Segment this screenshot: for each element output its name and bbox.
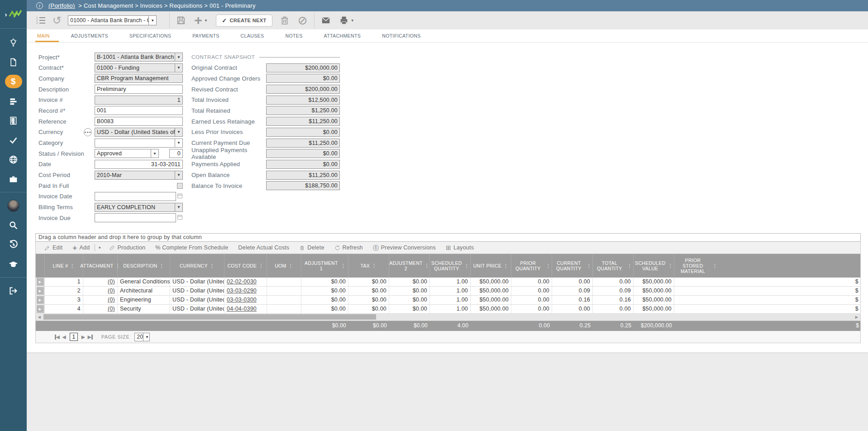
chevron-down-icon[interactable]: ▼ xyxy=(175,139,182,147)
paid-in-full-checkbox[interactable] xyxy=(177,183,183,189)
next-page-button[interactable]: ▶ xyxy=(81,334,86,340)
description-field[interactable]: Preliminary xyxy=(95,85,183,94)
preview-conversions-button[interactable]: $Preview Conversions xyxy=(368,244,441,251)
invoice-date-field[interactable] xyxy=(95,192,176,201)
record-history-icon[interactable]: ↺ xyxy=(52,16,62,25)
chevron-down-icon[interactable]: ▼ xyxy=(175,53,182,61)
production-button[interactable]: Production xyxy=(104,244,150,251)
tab-specifications[interactable]: SPECIFICATIONS xyxy=(128,29,173,42)
delete-button[interactable] xyxy=(280,15,290,25)
tab-payments[interactable]: PAYMENTS xyxy=(191,29,221,42)
sidebar-item-cost[interactable]: $ xyxy=(5,76,22,87)
add-button[interactable]: + xyxy=(194,15,202,26)
chevron-down-icon[interactable]: ▼ xyxy=(175,203,182,211)
cell-link[interactable]: (0) xyxy=(83,287,118,295)
delete-button[interactable]: Delete xyxy=(294,244,329,251)
print-menu-caret-icon[interactable]: ▼ xyxy=(351,19,354,23)
project-select[interactable]: B-1001 - Atlanta Bank Branch▼ xyxy=(95,53,183,62)
cell-link[interactable]: 04-04-0390 xyxy=(224,305,267,313)
tab-notes[interactable]: NOTES xyxy=(283,29,304,42)
cell-link[interactable]: 02-02-0030 xyxy=(224,278,267,286)
column-header[interactable]: UNIT PRICE⋮ xyxy=(471,254,511,278)
table-row[interactable]: ▶1(0)General ConditionsUSD - Dollar (Uni… xyxy=(35,278,861,287)
breadcrumb-portfolio-link[interactable]: (Portfolio) xyxy=(48,2,75,9)
sidebar-expand-chevron-icon[interactable]: › xyxy=(5,10,7,18)
column-header[interactable]: ADJUSTMENT 1⋮ xyxy=(301,254,348,278)
previous-page-button[interactable]: ◀ xyxy=(62,334,66,340)
column-header[interactable]: SCHEDULED VALUE⋮ xyxy=(634,254,674,278)
chevron-down-icon[interactable]: ▼ xyxy=(151,149,158,158)
chevron-down-icon[interactable]: ▼ xyxy=(143,333,151,341)
column-header[interactable]: ATTACHMENT⋮ xyxy=(83,254,118,278)
currency-options-button[interactable]: ●●● xyxy=(84,128,92,136)
add-menu-caret-icon[interactable]: ▼ xyxy=(204,19,208,23)
sidebar-item-history[interactable] xyxy=(5,239,22,250)
column-menu-icon[interactable]: ⋮ xyxy=(159,263,164,269)
scrollbar-thumb[interactable] xyxy=(43,314,376,320)
table-row[interactable]: ▶2(0)ArchitecturalUSD - Dollar (United S… xyxy=(35,287,861,296)
row-expand-icon[interactable]: ▶ xyxy=(37,287,44,295)
column-menu-icon[interactable]: ⋮ xyxy=(668,263,673,269)
row-expand-icon[interactable]: ▶ xyxy=(37,305,44,313)
category-select[interactable]: ▼ xyxy=(95,139,183,148)
column-menu-icon[interactable]: ⋮ xyxy=(288,263,293,269)
row-expand-icon[interactable]: ▶ xyxy=(37,278,44,286)
create-next-button[interactable]: ✓ CREATE NEXT xyxy=(216,14,272,27)
tab-attachments[interactable]: ATTACHMENTS xyxy=(322,29,363,42)
column-header[interactable] xyxy=(36,254,45,278)
column-menu-icon[interactable]: ⋮ xyxy=(70,263,75,269)
sidebar-item-logout[interactable] xyxy=(5,285,22,297)
status-select[interactable]: Approved▼ xyxy=(95,149,159,158)
column-menu-icon[interactable]: ⋮ xyxy=(424,263,429,269)
sidebar-item-web[interactable] xyxy=(5,153,22,165)
column-menu-icon[interactable]: ⋮ xyxy=(210,263,215,269)
scroll-right-icon[interactable]: ▶ xyxy=(853,314,860,320)
column-header[interactable]: LINE #⋮ xyxy=(45,254,83,278)
column-menu-icon[interactable]: ⋮ xyxy=(627,263,632,269)
revision-field[interactable]: 0 xyxy=(169,149,183,158)
chevron-down-icon[interactable]: ▼ xyxy=(148,16,156,25)
email-button[interactable] xyxy=(321,15,331,25)
sidebar-item-tasks[interactable] xyxy=(5,134,22,146)
tab-notifications[interactable]: NOTIFICATIONS xyxy=(380,29,423,42)
sidebar-item-projects[interactable] xyxy=(5,173,22,185)
currency-select[interactable]: USD - Dollar (United States of America)▼ xyxy=(95,128,183,137)
contract-select[interactable]: 01000 - Funding▼ xyxy=(95,63,183,72)
add-button[interactable]: +Add xyxy=(67,244,95,251)
add-menu-caret-icon[interactable]: ▼ xyxy=(95,246,104,250)
column-header[interactable]: ADJUSTMENT 2⋮ xyxy=(389,254,430,278)
grid-horizontal-scrollbar[interactable]: ◀ ▶ xyxy=(35,314,861,321)
sidebar-item-search[interactable] xyxy=(5,219,22,231)
calendar-icon[interactable] xyxy=(177,214,183,222)
tab-main[interactable]: MAIN xyxy=(35,29,52,42)
last-page-button[interactable]: ▶ xyxy=(88,334,93,340)
sidebar-item-learning[interactable] xyxy=(5,258,22,270)
table-row[interactable]: ▶3(0)EngineeringUSD - Dollar (United Sta… xyxy=(35,296,861,305)
billing-terms-select[interactable]: EARLY COMPLETION▼ xyxy=(95,203,183,212)
cell-link[interactable]: 03-03-0290 xyxy=(224,287,267,295)
sidebar-item-profile[interactable] xyxy=(5,200,22,211)
edit-button[interactable]: Edit xyxy=(39,244,67,251)
column-header[interactable]: PRIOR QUANTITY⋮ xyxy=(511,254,552,278)
app-logo[interactable]: › xyxy=(0,0,27,28)
sidebar-item-reports[interactable] xyxy=(5,95,22,107)
chevron-down-icon[interactable]: ▼ xyxy=(175,128,182,136)
sidebar-item-company[interactable] xyxy=(5,115,22,126)
chevron-down-icon[interactable]: ▼ xyxy=(175,171,182,179)
column-header[interactable]: CURRENCY⋮ xyxy=(170,254,224,278)
current-page-number[interactable]: 1 xyxy=(70,333,78,341)
invoice-number-field[interactable]: 1 xyxy=(95,96,183,105)
column-menu-icon[interactable]: ⋮ xyxy=(341,263,346,269)
record-number-field[interactable]: 001 xyxy=(95,106,183,115)
refresh-button[interactable]: Refresh xyxy=(329,244,368,251)
date-field[interactable]: 31-03-2011 xyxy=(95,160,183,169)
table-row[interactable]: ▶4(0)SecurityUSD - Dollar (United States… xyxy=(35,305,861,314)
cell-link[interactable]: (0) xyxy=(83,296,118,304)
cell-link[interactable]: (0) xyxy=(83,305,118,313)
chevron-down-icon[interactable]: ▼ xyxy=(175,64,182,72)
cost-period-select[interactable]: 2010-Mar▼ xyxy=(95,171,183,180)
cell-link[interactable]: 03-03-0300 xyxy=(224,296,267,304)
column-header[interactable]: PRIOR STORED MATERIAL⋮ xyxy=(674,254,861,278)
column-menu-icon[interactable]: ⋮ xyxy=(546,263,551,269)
cell-link[interactable]: (0) xyxy=(83,278,118,286)
